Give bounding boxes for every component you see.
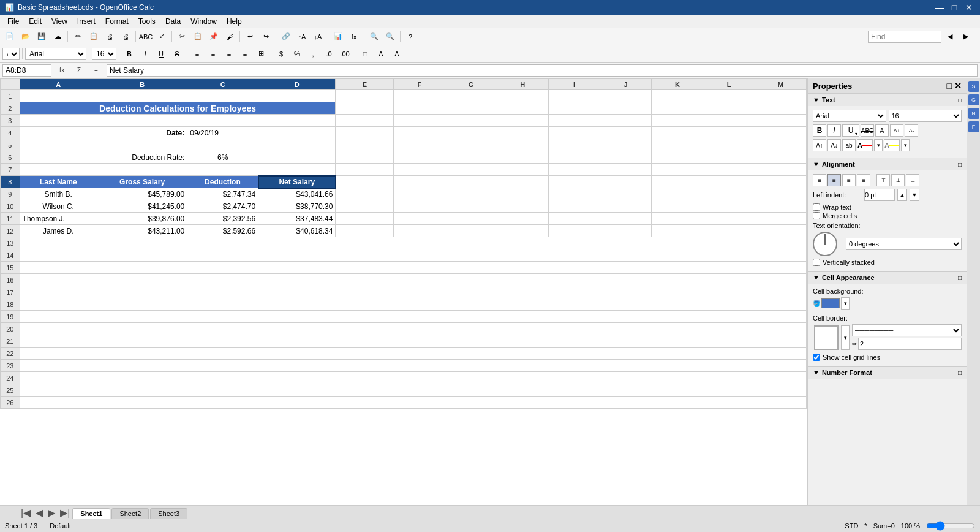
cell-M8[interactable] [755,176,806,188]
sheet-tab-1[interactable]: Sheet1 [72,508,110,519]
sheet-tab-3[interactable]: Sheet3 [150,508,187,519]
cell-C10[interactable]: $2,474.70 [187,200,258,213]
copy-button[interactable]: 📋 [190,30,205,44]
cell-A6[interactable] [20,151,97,164]
panel-font-name-combo[interactable]: Arial [813,110,886,122]
number-format-header[interactable]: ▼ Number Format □ [808,367,967,379]
menu-window[interactable]: Window [186,16,222,27]
panel-close-button[interactable]: ✕ [954,81,962,91]
cell-M2[interactable] [755,102,806,115]
cell-H6[interactable] [497,151,548,164]
cell-M4[interactable] [755,127,806,139]
side-icon-3[interactable]: N [968,108,979,119]
cell-E8[interactable] [336,176,394,188]
cell-B5[interactable] [97,139,187,151]
open-button[interactable]: 📂 [18,30,33,44]
cell-I4[interactable] [548,127,600,139]
cell-E3[interactable] [336,115,394,127]
cell-A10[interactable]: Wilson C. [20,200,97,213]
align-left-button[interactable]: ≡ [190,47,205,61]
panel-shadow-button[interactable]: A [875,124,889,137]
cell-F3[interactable] [394,115,445,127]
cell-D9[interactable]: $43,041.66 [258,188,336,200]
cell-G2[interactable] [445,102,497,115]
cell-E11[interactable] [336,213,394,225]
cell-J7[interactable] [600,164,652,176]
cell-D1[interactable] [258,90,336,102]
cell-K11[interactable] [652,213,703,225]
cell-A9[interactable]: Smith B. [20,188,97,200]
cell-K8[interactable] [652,176,703,188]
menu-help[interactable]: Help [222,16,247,27]
minimize-button[interactable]: — [933,2,946,12]
cell-F9[interactable] [394,188,445,200]
cell-L10[interactable] [703,200,755,213]
cell-H2[interactable] [497,102,548,115]
menu-file[interactable]: File [2,16,24,27]
cell-E12[interactable] [336,225,394,237]
cell-H3[interactable] [497,115,548,127]
cell-J12[interactable] [600,225,652,237]
cell-E9[interactable] [336,188,394,200]
cell-A3[interactable] [20,115,97,127]
cell-H10[interactable] [497,200,548,213]
font-color-button[interactable]: A [390,47,404,61]
cell-F4[interactable] [394,127,445,139]
cell-E10[interactable] [336,200,394,213]
cell-K7[interactable] [652,164,703,176]
align-center-btn[interactable]: ≡ [827,174,841,186]
cell-D6[interactable] [258,151,336,164]
cell-L9[interactable] [703,188,755,200]
cell-B4[interactable]: Date: [97,127,187,139]
help-button[interactable]: ? [403,30,418,44]
menu-data[interactable]: Data [160,16,186,27]
align-right-button[interactable]: ≡ [222,47,236,61]
cell-F5[interactable] [394,139,445,151]
panel-strikethrough-button[interactable]: ABC [861,124,874,137]
cell-I7[interactable] [548,164,600,176]
cell-C9[interactable]: $2,747.34 [187,188,258,200]
cell-K2[interactable] [652,102,703,115]
cell-J4[interactable] [600,127,652,139]
thousand-sep-button[interactable]: , [306,47,320,61]
panel-subscript-button[interactable]: A- [905,124,918,137]
cell-D4[interactable] [258,127,336,139]
sheet-tab-2[interactable]: Sheet2 [111,508,149,519]
panel-bold-button[interactable]: B [813,124,826,137]
formula-input[interactable] [107,64,978,77]
cell-H9[interactable] [497,188,548,200]
cell-F2[interactable] [394,102,445,115]
side-icon-1[interactable]: S [968,81,979,92]
cell-I11[interactable] [548,213,600,225]
cell-J1[interactable] [600,90,652,102]
spellcheck-button[interactable]: ABC [138,30,153,44]
dec-decimal-button[interactable]: .00 [337,47,352,61]
justify-button[interactable]: ≡ [238,47,252,61]
border-preview[interactable] [814,325,839,350]
align-left-btn[interactable]: ≡ [813,174,826,186]
cell-H5[interactable] [497,139,548,151]
alignment-section-header[interactable]: ▼ Alignment □ [808,158,967,170]
cell-J11[interactable] [600,213,652,225]
cell-F8[interactable] [394,176,445,188]
col-header-H[interactable]: H [497,79,548,90]
panel-charspacing-button[interactable]: ab [842,139,856,151]
format-number-button[interactable]: $ [274,47,288,61]
indent-up-button[interactable]: ▲ [897,189,907,201]
cell-I1[interactable] [548,90,600,102]
panel-italic-button[interactable]: I [827,124,841,137]
cell-A12[interactable]: James D. [20,225,97,237]
cell-D11[interactable]: $37,483.44 [258,213,336,225]
panel-superscript-button[interactable]: A+ [890,124,903,137]
cell-H12[interactable] [497,225,548,237]
cell-F6[interactable] [394,151,445,164]
side-icon-4[interactable]: F [968,121,979,132]
cell-A7[interactable] [20,164,97,176]
function-button[interactable]: fx [347,30,361,44]
border-width-input[interactable] [858,338,962,350]
cell-I12[interactable] [548,225,600,237]
cell-J3[interactable] [600,115,652,127]
cell-K6[interactable] [652,151,703,164]
align-right-btn[interactable]: ≡ [842,174,856,186]
style-combo[interactable]: A [2,48,20,60]
